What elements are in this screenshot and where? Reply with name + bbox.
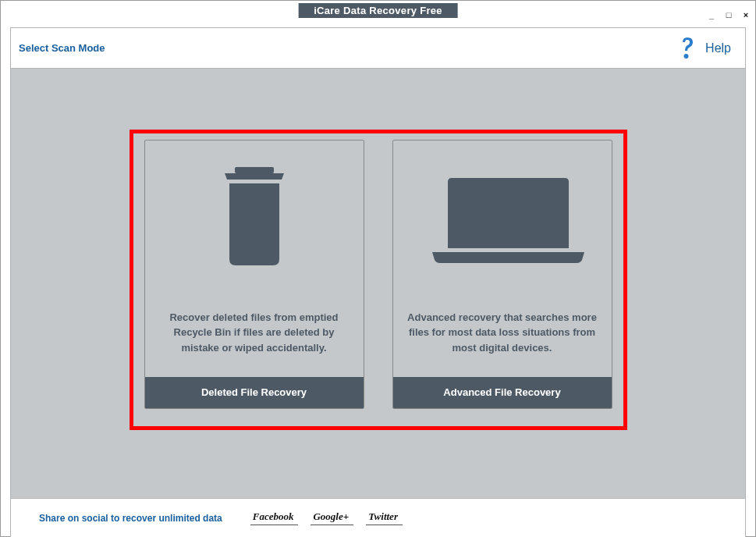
help-button[interactable]: Help — [676, 36, 731, 61]
minimize-button[interactable]: _ — [707, 10, 716, 20]
help-label: Help — [705, 41, 731, 55]
social-links: Facebook Google+ Twitter — [250, 510, 403, 525]
laptop-search-icon — [393, 140, 612, 289]
panel-header: Select Scan Mode Help — [11, 28, 745, 69]
svg-rect-5 — [460, 228, 478, 234]
app-title: iCare Data Recovery Free — [298, 3, 458, 18]
deleted-recovery-description: Recover deleted files from emptied Recyc… — [145, 289, 364, 377]
facebook-link[interactable]: Facebook — [250, 510, 299, 525]
share-message: Share on social to recover unlimited dat… — [39, 513, 222, 524]
twitter-link[interactable]: Twitter — [366, 510, 403, 525]
maximize-button[interactable]: □ — [724, 10, 733, 20]
advanced-file-recovery-card[interactable]: Advanced recovery that searches more fil… — [392, 140, 612, 409]
main-area: Recover deleted files from emptied Recyc… — [11, 69, 745, 490]
deleted-recovery-title: Deleted File Recovery — [145, 377, 364, 408]
close-button[interactable]: × — [741, 10, 751, 20]
footer: Share on social to recover unlimited dat… — [11, 498, 745, 537]
advanced-recovery-title: Advanced File Recovery — [393, 377, 612, 408]
app-window: iCare Data Recovery Free _ □ × Select Sc… — [0, 0, 756, 537]
googleplus-link[interactable]: Google+ — [311, 510, 353, 525]
titlebar: iCare Data Recovery Free _ □ × — [1, 1, 755, 20]
scan-mode-highlight: Recover deleted files from emptied Recyc… — [130, 130, 627, 430]
recycle-bin-icon — [145, 140, 364, 289]
advanced-recovery-description: Advanced recovery that searches more fil… — [393, 289, 612, 377]
window-controls: _ □ × — [707, 10, 751, 20]
deleted-file-recovery-card[interactable]: Recover deleted files from emptied Recyc… — [144, 140, 364, 409]
help-icon — [676, 36, 697, 61]
svg-rect-1 — [235, 167, 274, 173]
page-title: Select Scan Mode — [19, 42, 105, 54]
main-panel: Select Scan Mode Help — [10, 27, 746, 537]
svg-point-0 — [684, 54, 689, 59]
